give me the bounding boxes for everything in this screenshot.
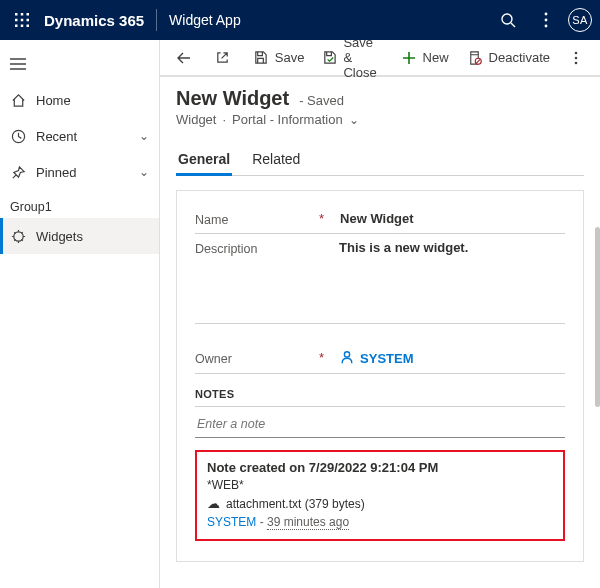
name-label: Name [195,213,228,227]
svg-point-9 [502,14,512,24]
record-status: - Saved [299,93,344,108]
save-button[interactable]: Save [245,43,313,73]
page-title: New Widget [176,87,289,110]
save-close-button[interactable]: Save & Close [314,43,390,73]
cmd-label: Save & Close [343,40,382,80]
sidebar-group-label: Group1 [0,190,159,218]
deactivate-icon [467,50,483,66]
form-name[interactable]: Portal - Information [232,112,343,127]
form-panel: Name * New Widget Description This is a … [176,190,584,562]
back-button[interactable] [168,43,200,73]
owner-label: Owner [195,352,232,366]
sidebar-item-home[interactable]: Home [0,82,159,118]
user-avatar[interactable]: SA [568,8,592,32]
svg-rect-2 [27,13,30,16]
more-vertical-icon[interactable] [530,4,562,36]
sidebar-item-pinned[interactable]: Pinned ⌄ [0,154,159,190]
svg-rect-3 [15,19,18,22]
new-button[interactable]: New [393,43,457,73]
widget-icon [10,228,26,244]
note-attachment[interactable]: ☁ attachment.txt (379 bytes) [207,496,553,511]
svg-rect-6 [15,25,18,28]
svg-rect-7 [21,25,24,28]
svg-point-13 [545,25,548,28]
cmd-label: Save [275,50,305,65]
sidebar: Home Recent ⌄ Pinned ⌄ Group1 [0,40,160,588]
cloud-icon: ☁ [207,496,220,511]
sidebar-item-label: Pinned [36,165,129,180]
app-name: Widget App [169,12,241,28]
note-title: Note created on 7/29/2022 9:21:04 PM [207,460,553,475]
hamburger-icon [10,56,26,72]
tab-related[interactable]: Related [250,145,302,176]
main: Save Save & Close New [160,40,600,588]
sidebar-item-widgets[interactable]: Widgets [0,218,159,254]
svg-line-10 [511,23,515,27]
person-icon [340,350,354,367]
sidebar-item-recent[interactable]: Recent ⌄ [0,118,159,154]
svg-rect-5 [27,19,30,22]
svg-rect-8 [27,25,30,28]
entity-name: Widget [176,112,216,127]
cmd-label: Deactivate [489,50,550,65]
svg-point-21 [575,56,578,59]
brand-label: Dynamics 365 [44,12,144,29]
scrollbar[interactable] [595,227,600,407]
app-launcher-icon[interactable] [8,6,36,34]
sidebar-item-label: Recent [36,129,129,144]
svg-point-20 [575,51,578,54]
search-icon[interactable] [492,4,524,36]
svg-point-11 [545,13,548,16]
top-divider [156,9,157,31]
chevron-down-icon: ⌄ [349,113,359,127]
record-content: New Widget - Saved Widget · Portal - Inf… [160,77,600,588]
command-bar: Save Save & Close New [160,40,600,77]
note-input[interactable] [195,411,565,438]
chevron-down-icon: ⌄ [139,129,149,143]
note-web-tag: *WEB* [207,478,553,492]
note-age: 39 minutes ago [267,515,349,530]
svg-point-12 [545,19,548,22]
arrow-left-icon [176,50,192,66]
note-user[interactable]: SYSTEM [207,515,256,529]
svg-point-23 [344,352,349,357]
required-icon: * [319,211,324,226]
svg-point-22 [575,61,578,64]
svg-rect-1 [21,13,24,16]
sidebar-item-label: Home [36,93,149,108]
breadcrumb: Widget · Portal - Information ⌄ [176,112,584,127]
tab-general[interactable]: General [176,145,232,176]
sidebar-item-label: Widgets [36,229,149,244]
note-meta: SYSTEM - 39 minutes ago [207,515,553,529]
home-icon [10,92,26,108]
open-new-window-button[interactable] [206,43,238,73]
deactivate-button[interactable]: Deactivate [459,43,558,73]
description-field[interactable]: This is a new widget. [339,240,468,255]
plus-icon [401,50,417,66]
note-item-highlight: Note created on 7/29/2022 9:21:04 PM *WE… [195,450,565,541]
required-icon: * [319,350,324,365]
save-close-icon [322,50,337,66]
cmd-label: New [423,50,449,65]
chevron-down-icon: ⌄ [139,165,149,179]
notes-header: NOTES [195,374,565,407]
more-commands-button[interactable] [560,43,592,73]
description-label: Description [195,242,258,256]
top-bar: Dynamics 365 Widget App SA [0,0,600,40]
clock-icon [10,128,26,144]
svg-rect-4 [21,19,24,22]
open-external-icon [214,50,230,66]
record-tabs: General Related [176,145,584,176]
save-icon [253,50,269,66]
svg-rect-0 [15,13,18,16]
pin-icon [10,164,26,180]
name-field[interactable]: New Widget [340,211,414,226]
more-vertical-icon [568,50,584,66]
sidebar-hamburger[interactable] [0,46,159,82]
owner-field[interactable]: SYSTEM [340,350,413,367]
